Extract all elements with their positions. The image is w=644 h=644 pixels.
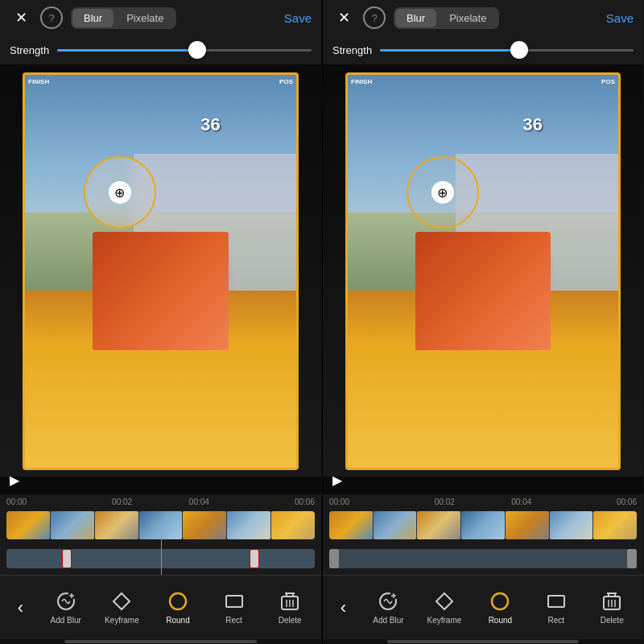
slider-fill-right [380,49,519,52]
bottom-bar-left [0,477,321,494]
rect-icon-left [223,590,246,613]
frame-1-right [329,511,373,539]
toolbar-left: ‹ Add Blur Keyframe [0,575,321,639]
help-button[interactable]: ? [40,6,63,29]
time-4-right: 00:04 [483,497,560,506]
bottom-bar-right [323,477,643,494]
timeline-area-left: 00:00 00:02 00:04 00:06 [0,494,321,575]
time-4-left: 00:04 [161,497,238,506]
svg-rect-20 [548,596,564,607]
frame-2-left [51,511,94,539]
strength-label-right: Strength [332,44,372,56]
right-panel: ✕ ? Blur Pixelate Save Strength [322,0,644,644]
blur-range-container-right [329,543,637,573]
slider-thumb-left[interactable] [188,41,206,59]
right-tab-group: Blur Pixelate [394,7,499,29]
range-handle-left-right[interactable] [329,549,339,568]
delete-icon-right [601,590,623,613]
right-header: ✕ ? Blur Pixelate Save [323,0,643,35]
toolbar-add-blur-left[interactable]: Add Blur [46,590,86,625]
save-button-left[interactable]: Save [284,11,312,25]
frame-7-right [593,511,637,539]
round-label-right: Round [489,616,512,625]
left-header: ✕ ? Blur Pixelate Save [0,0,321,35]
svg-marker-18 [436,593,452,609]
tab-blur-right[interactable]: Blur [395,9,436,27]
hud-pos-left: POS [279,78,293,85]
help-button-right[interactable]: ? [363,6,386,29]
keyframe-label-right: Keyframe [427,616,462,625]
add-blur-label-right: Add Blur [373,616,403,625]
frame-6-right [550,511,593,539]
play-button-right[interactable]: ▶ [332,473,342,488]
save-button-right[interactable]: Save [606,11,634,25]
strength-label-left: Strength [10,44,49,56]
keyframe-icon-right [433,590,456,613]
scroll-thumb-left [64,640,257,643]
back-button-right[interactable]: ‹ [334,591,353,625]
range-handle-right-right[interactable] [627,549,637,568]
blur-circle-icon-right: ⊕ [431,181,454,204]
scroll-bar-left [0,639,321,644]
toolbar-delete-left[interactable]: Delete [270,590,310,625]
round-icon-left [167,590,189,613]
rect-icon-right [545,590,568,613]
playhead-left [161,535,163,575]
timeline-frames-right [329,511,637,539]
play-button-left[interactable]: ▶ [10,473,19,488]
game-screen-inner-left: FINISH POS 36 ⊕ [25,75,296,468]
time-2-left: 00:02 [84,497,161,506]
race-car-left [93,232,229,349]
toolbar-rect-left[interactable]: Rect [214,590,254,625]
time-0-right: 00:00 [329,497,407,506]
strength-row-right: Strength [323,35,643,64]
game-screen-left: FINISH POS 36 ⊕ [23,72,299,470]
help-icon: ? [48,12,54,24]
hud-num-left: 36 [200,114,220,135]
frame-5-left [183,511,226,539]
time-0-left: 00:00 [6,497,84,506]
blur-range-bg-right [329,549,637,568]
tab-pixelate-right[interactable]: Pixelate [438,9,497,27]
timeline-area-right: 00:00 00:02 00:04 00:06 [323,494,643,575]
blur-circle-right[interactable]: ⊕ [407,156,479,229]
svg-rect-6 [226,596,242,607]
toolbar-keyframe-left[interactable]: Keyframe [101,590,142,625]
close-icon: ✕ [15,10,27,25]
frame-1-left [6,511,50,539]
close-button-right[interactable]: ✕ [332,6,355,29]
frame-7-left [271,511,315,539]
close-button[interactable]: ✕ [10,6,32,29]
race-car-right [415,232,551,349]
range-handle-left-left[interactable] [62,549,72,568]
hud-num-right: 36 [522,114,542,135]
tab-pixelate-left[interactable]: Pixelate [115,9,175,27]
toolbar-delete-right[interactable]: Delete [592,590,632,625]
video-area-right: FINISH POS 36 ⊕ ▶ [323,64,643,494]
delete-label-left: Delete [279,616,302,625]
back-button-left[interactable]: ‹ [11,591,30,625]
left-panel: ✕ ? Blur Pixelate Save Strength [0,0,322,644]
toolbar-round-right[interactable]: Round [480,590,520,625]
toolbar-right: ‹ Add Blur Keyframe [323,575,643,639]
time-6-left: 00:06 [237,497,315,506]
scroll-thumb-right [387,640,580,643]
strength-slider-left[interactable] [57,49,312,52]
keyframe-icon-left [110,590,133,613]
toolbar-round-left[interactable]: Round [158,590,198,625]
video-area-left: FINISH POS 36 ⊕ ▶ [0,64,321,494]
delete-icon-left [279,590,301,613]
blur-circle-left[interactable]: ⊕ [84,156,156,229]
scroll-bar-right [323,639,643,644]
add-blur-icon-left [55,590,77,613]
toolbar-add-blur-right[interactable]: Add Blur [368,590,408,625]
video-bg-right: FINISH POS 36 ⊕ ▶ [323,64,643,494]
strength-slider-right[interactable] [380,49,634,52]
toolbar-rect-right[interactable]: Rect [536,590,576,625]
range-handle-right-left[interactable] [250,549,259,568]
tab-blur-left[interactable]: Blur [72,9,114,27]
game-screen-inner-right: FINISH POS 36 ⊕ [348,75,618,468]
add-blur-icon-right [377,590,399,613]
toolbar-keyframe-right[interactable]: Keyframe [424,590,464,625]
slider-thumb-right[interactable] [510,41,528,59]
